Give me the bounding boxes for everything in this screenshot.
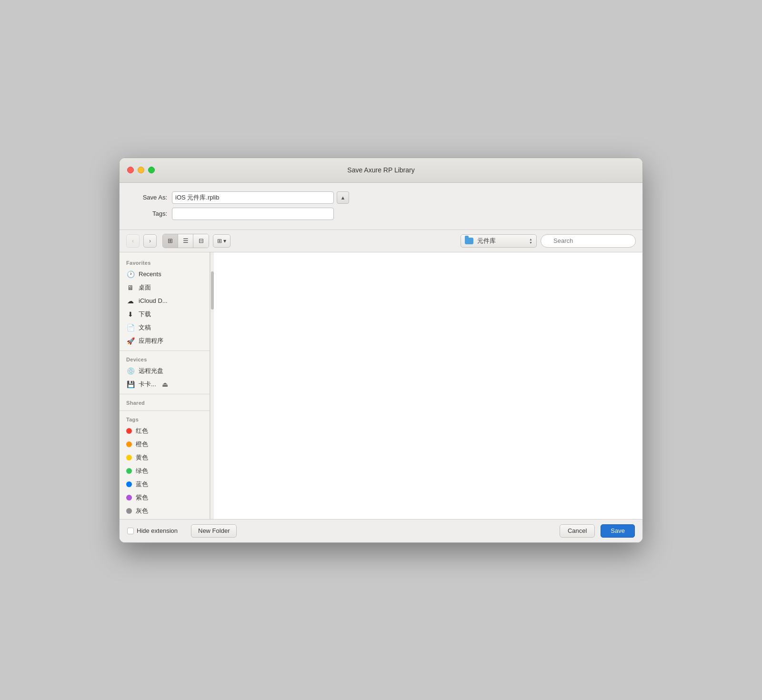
hide-extension-checkbox[interactable] [127,528,134,534]
desktop-label: 桌面 [139,283,151,292]
documents-label: 文稿 [139,323,151,332]
main-content-area [214,252,642,519]
hide-extension-wrapper: Hide extension [127,527,178,534]
tag-red-dot [126,428,132,434]
view-column-icon: ⊟ [199,237,204,244]
tag-yellow-label: 黄色 [136,453,148,462]
arrange-button[interactable]: ⊞ ▾ [213,234,231,248]
remote-disc-icon: 💿 [126,367,135,375]
divider-2 [120,394,210,394]
cancel-button[interactable]: Cancel [560,524,595,538]
recents-label: Recents [139,270,161,278]
arrange-icon: ⊞ [217,238,222,244]
save-button[interactable]: Save [601,524,635,538]
sidebar-item-tag-orange[interactable]: 橙色 [120,438,210,451]
filename-input[interactable] [172,191,334,204]
filename-container: ▲ [172,191,349,204]
view-buttons: ⊞ ☰ ⊟ [162,234,209,248]
shared-label: Shared [120,397,210,408]
sidebar-item-tag-red[interactable]: 红色 [120,424,210,438]
applications-label: 应用程序 [139,337,163,345]
window-controls [127,167,155,173]
view-column-button[interactable]: ⊟ [193,234,209,248]
save-as-label: Save As: [129,194,167,201]
save-dialog: Save Axure RP Library Save As: ▲ Tags: ‹… [119,158,643,543]
tag-green-dot [126,468,132,474]
toolbar: ‹ › ⊞ ☰ ⊟ ⊞ ▾ 元件库 ▲ ▼ [120,230,642,252]
forward-button[interactable]: › [143,234,157,248]
folder-spinner: ▲ ▼ [529,238,532,244]
expand-button[interactable]: ▲ [337,191,349,204]
folder-selector[interactable]: 元件库 ▲ ▼ [461,234,537,248]
tags-input[interactable] [172,208,334,220]
close-button[interactable] [127,167,134,173]
sidebar-item-tag-gray[interactable]: 灰色 [120,504,210,518]
sidebar-item-card[interactable]: 💾 卡卡... ⏏ [120,378,210,391]
title-bar: Save Axure RP Library [120,158,642,183]
view-list-icon: ☰ [183,237,189,244]
sidebar-item-downloads[interactable]: ⬇ 下载 [120,308,210,321]
tag-orange-label: 橙色 [136,440,148,449]
downloads-label: 下载 [139,310,151,319]
save-as-section: Save As: ▲ Tags: [120,183,642,230]
view-list-button[interactable]: ☰ [178,234,193,248]
filename-row: Save As: ▲ [129,191,633,204]
card-label: 卡卡... [139,380,156,389]
tags-label: Tags: [129,210,167,217]
icloud-icon: ☁ [126,297,135,305]
tag-gray-dot [126,508,132,514]
sidebar-item-documents[interactable]: 📄 文稿 [120,321,210,334]
sidebar-scrollbar[interactable] [210,252,214,519]
recents-icon: 🕐 [126,270,135,279]
tag-gray-label: 灰色 [136,507,148,515]
icloud-label: iCloud D... [139,297,168,304]
tag-green-label: 绿色 [136,467,148,475]
back-button[interactable]: ‹ [126,234,140,248]
tag-blue-label: 蓝色 [136,480,148,489]
expand-icon: ▲ [341,195,346,200]
sidebar-item-tag-green[interactable]: 绿色 [120,464,210,478]
sidebar-item-applications[interactable]: 🚀 应用程序 [120,334,210,348]
view-icon-icon: ⊞ [168,237,173,244]
devices-label: Devices [120,354,210,364]
folder-name: 元件库 [477,237,496,245]
sidebar-item-desktop[interactable]: 🖥 桌面 [120,281,210,294]
tag-yellow-dot [126,455,132,460]
card-icon: 💾 [126,380,135,389]
sidebar-item-tag-yellow[interactable]: 黄色 [120,451,210,464]
tag-red-label: 红色 [136,427,148,435]
arrange-arrow: ▾ [223,238,226,244]
sidebar-item-tag-blue[interactable]: 蓝色 [120,478,210,491]
tags-section-label: Tags [120,414,210,424]
window-title: Save Axure RP Library [347,166,414,174]
search-input[interactable] [541,234,636,248]
tag-orange-dot [126,441,132,447]
downloads-icon: ⬇ [126,310,135,319]
new-folder-button[interactable]: New Folder [191,524,237,538]
sidebar-item-icloud[interactable]: ☁ iCloud D... [120,294,210,308]
divider-1 [120,350,210,351]
view-icon-button[interactable]: ⊞ [163,234,178,248]
sidebar-item-remote-disc[interactable]: 💿 远程光盘 [120,364,210,378]
eject-button[interactable]: ⏏ [162,380,168,388]
sidebar-item-tag-purple[interactable]: 紫色 [120,491,210,504]
sidebar-item-recents[interactable]: 🕐 Recents [120,268,210,281]
folder-name-row: 元件库 [465,237,496,245]
divider-3 [120,410,210,411]
folder-icon [465,238,473,244]
desktop-icon: 🖥 [126,283,135,292]
minimize-button[interactable] [138,167,144,173]
back-icon: ‹ [132,238,134,244]
hide-extension-label: Hide extension [137,527,178,534]
maximize-button[interactable] [148,167,155,173]
content-area: Favorites 🕐 Recents 🖥 桌面 ☁ iCloud D... ⬇… [120,252,642,519]
favorites-label: Favorites [120,257,210,268]
documents-icon: 📄 [126,323,135,332]
sidebar: Favorites 🕐 Recents 🖥 桌面 ☁ iCloud D... ⬇… [120,252,210,519]
bottom-bar: Hide extension New Folder Cancel Save [120,519,642,542]
applications-icon: 🚀 [126,337,135,345]
forward-icon: › [149,238,151,244]
scrollbar-thumb[interactable] [211,271,214,310]
tags-row: Tags: [129,208,633,220]
remote-disc-label: 远程光盘 [139,367,163,375]
